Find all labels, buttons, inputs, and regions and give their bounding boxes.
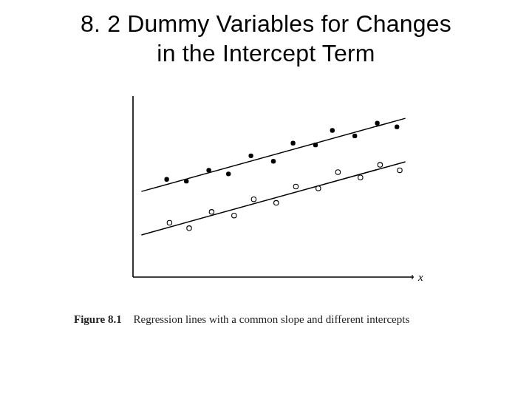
figure-container: x Figure 8.1 Regression lines with a com… — [0, 81, 532, 326]
data-point — [335, 170, 340, 174]
data-point — [232, 214, 236, 218]
data-point — [398, 168, 402, 172]
data-point — [187, 226, 191, 231]
data-point — [378, 163, 382, 167]
data-point — [375, 121, 379, 126]
data-point — [330, 128, 335, 132]
data-point — [164, 177, 168, 182]
figure-caption-text: Regression lines with a common slope and… — [133, 313, 409, 325]
title-line-1: 8. 2 Dummy Variables for Changes — [81, 10, 451, 37]
page-title: 8. 2 Dummy Variables for Changes in the … — [0, 9, 532, 68]
data-point — [290, 141, 295, 146]
data-point — [248, 154, 253, 158]
data-point — [395, 124, 399, 129]
figure-label: Figure 8.1 — [74, 313, 122, 325]
data-point — [251, 197, 256, 201]
data-point — [313, 143, 318, 147]
x-axis-label: x — [417, 271, 423, 283]
data-point — [352, 134, 357, 138]
data-point — [358, 175, 363, 180]
chart-svg: x — [103, 81, 429, 303]
upper-line — [141, 118, 405, 191]
lower-line — [141, 162, 405, 235]
plot-area — [141, 118, 405, 235]
data-point — [274, 200, 279, 205]
figure-caption: Figure 8.1 Regression lines with a commo… — [66, 313, 466, 326]
data-point — [316, 186, 321, 191]
data-point — [167, 220, 171, 225]
data-point — [271, 159, 276, 163]
data-point — [184, 179, 188, 183]
slide: 8. 2 Dummy Variables for Changes in the … — [0, 0, 532, 399]
data-point — [226, 171, 231, 176]
data-point — [209, 210, 214, 214]
data-point — [293, 184, 298, 188]
title-line-2: in the Intercept Term — [157, 40, 375, 66]
data-point — [206, 168, 211, 172]
regression-figure: x — [103, 81, 429, 303]
